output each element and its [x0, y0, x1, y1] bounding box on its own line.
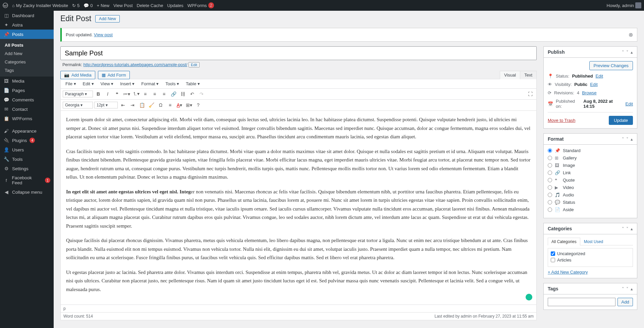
indent-button[interactable]: ⇥ — [128, 101, 137, 109]
updates-link[interactable]: Updates — [167, 3, 183, 8]
chevron-down-icon[interactable]: ˅ — [626, 226, 629, 231]
chevron-up-icon[interactable]: ˄ — [622, 137, 624, 142]
italic-button[interactable]: I — [104, 90, 112, 98]
link-button[interactable]: 🔗 — [169, 90, 177, 98]
edit-date-link[interactable]: Edit — [626, 101, 633, 106]
format-radio-gallery[interactable] — [548, 156, 552, 160]
tag-input[interactable] — [548, 298, 615, 306]
view-post-notice-link[interactable]: View post — [94, 32, 113, 37]
add-tag-button[interactable]: Add — [618, 298, 633, 306]
toggle-icon[interactable]: ▴ — [631, 226, 633, 231]
table-button[interactable]: ⊞▾ — [185, 101, 193, 109]
toggle-icon[interactable]: ▴ — [631, 137, 633, 142]
submenu-add-new[interactable]: Add New — [0, 49, 54, 58]
submenu-tags[interactable]: Tags — [0, 66, 54, 75]
edit-permalink-button[interactable]: Edit — [189, 62, 200, 67]
clear-format-button[interactable]: 🧹 — [147, 101, 155, 109]
tab-text[interactable]: Text — [520, 71, 537, 79]
content-p5[interactable]: Ut egestas placerat justo ac lacinia. Se… — [66, 268, 531, 294]
sidebar-item-wpforms[interactable]: 📋WPForms — [0, 114, 54, 123]
format-radio-quote[interactable] — [548, 178, 552, 182]
cat-checkbox-articles[interactable] — [551, 258, 555, 262]
updates-bubble[interactable]: ↻ 5 — [72, 3, 79, 8]
cat-tab-most-used[interactable]: Most Used — [580, 238, 607, 245]
menu-format[interactable]: Format ▾ — [139, 81, 161, 87]
browse-revisions-link[interactable]: Browse — [582, 90, 596, 95]
edit-visibility-link[interactable]: Edit — [590, 82, 597, 87]
menu-insert[interactable]: Insert ▾ — [118, 81, 137, 87]
sidebar-item-appearance[interactable]: 🖌Appearance — [0, 127, 54, 136]
format-radio-standard[interactable] — [548, 148, 552, 153]
align-left-button[interactable]: ≡ — [141, 90, 149, 98]
sidebar-collapse[interactable]: ◀Collapse menu — [0, 187, 54, 197]
menu-tools[interactable]: Tools ▾ — [163, 81, 181, 87]
sidebar-item-dashboard[interactable]: ◫Dashboard — [0, 11, 54, 20]
menu-view[interactable]: View ▾ — [99, 81, 116, 87]
sidebar-item-media[interactable]: 🖼Media — [0, 77, 54, 86]
preview-changes-button[interactable]: Preview Changes — [589, 61, 633, 70]
chevron-up-icon[interactable]: ˄ — [622, 50, 624, 55]
sidebar-item-contact[interactable]: ✉Contact — [0, 104, 54, 114]
unlink-button[interactable]: ⛓ — [179, 90, 187, 98]
redo-button[interactable]: ↷ — [198, 90, 206, 98]
chevron-up-icon[interactable]: ˄ — [622, 286, 624, 291]
chevron-down-icon[interactable]: ˅ — [626, 286, 629, 291]
paste-button[interactable]: 📋 — [138, 101, 146, 109]
bullet-list-button[interactable]: ≔▾ — [122, 90, 130, 98]
chevron-up-icon[interactable]: ˄ — [622, 226, 624, 231]
submenu-categories[interactable]: Categories — [0, 58, 54, 66]
sidebar-item-users[interactable]: 👤Users — [0, 145, 54, 154]
undo-button[interactable]: ↶ — [188, 90, 196, 98]
tags-header[interactable]: Tags ˄˅▴ — [544, 283, 637, 294]
content-p4[interactable]: Quisque facilisis dui placerat rhoncus d… — [66, 236, 531, 262]
post-title-input[interactable] — [60, 46, 537, 60]
comments-bubble[interactable]: 💬 0 — [84, 3, 93, 8]
menu-edit[interactable]: Edit ▾ — [81, 81, 96, 87]
content-p2[interactable]: Cras facilisis turpis non velit sagittis… — [66, 147, 531, 182]
toggle-icon[interactable]: ▴ — [631, 50, 633, 55]
chevron-down-icon[interactable]: ˅ — [626, 137, 629, 142]
number-list-button[interactable]: ⒈▾ — [132, 90, 140, 98]
dismiss-notice-button[interactable]: ⊗ — [629, 32, 633, 38]
size-select[interactable]: 12pt ▾ — [94, 102, 118, 108]
tab-visual[interactable]: Visual — [500, 71, 520, 79]
move-to-trash-link[interactable]: Move to Trash — [548, 118, 575, 123]
format-radio-video[interactable] — [548, 185, 552, 190]
add-media-button[interactable]: 📷Add Media — [60, 71, 95, 79]
format-radio-status[interactable] — [548, 200, 552, 204]
add-form-button[interactable]: ▦Add Form — [98, 71, 130, 79]
format-radio-aside[interactable] — [548, 207, 552, 212]
howdy-user-link[interactable]: Howdy, admin — [607, 2, 641, 8]
align-center-button[interactable]: ≡ — [151, 90, 159, 98]
sidebar-item-tools[interactable]: 🔧Tools — [0, 154, 54, 164]
publish-header[interactable]: Publish ˄˅▴ — [544, 47, 637, 58]
add-category-link[interactable]: + Add New Category — [548, 270, 588, 275]
sidebar-item-plugins[interactable]: 🔌Plugins 4 — [0, 136, 54, 145]
fullscreen-button[interactable]: ⛶ — [526, 90, 534, 98]
outdent-button[interactable]: ⇤ — [119, 101, 127, 109]
bold-button[interactable]: B — [94, 90, 102, 98]
cat-tab-all[interactable]: All Categories — [548, 238, 580, 245]
special-char-button[interactable]: Ω — [157, 101, 165, 109]
grammarly-icon[interactable] — [526, 294, 532, 300]
wp-logo-icon[interactable] — [3, 3, 8, 8]
content-p3[interactable]: In eget elit sit amet ante egestas ultri… — [66, 188, 531, 231]
chevron-down-icon[interactable]: ˅ — [626, 50, 629, 55]
help-button[interactable]: ? — [194, 101, 202, 109]
site-name-link[interactable]: ⌂ My Zacky Installer Website — [12, 3, 68, 8]
format-select[interactable]: Paragraph ▾ — [63, 91, 93, 97]
view-post-link[interactable]: View Post — [113, 3, 133, 8]
wpforms-toolbar-link[interactable]: WPForms 2 — [187, 2, 214, 8]
format-radio-audio[interactable] — [548, 193, 552, 197]
add-new-button[interactable]: Add New — [95, 15, 120, 22]
submenu-all-posts[interactable]: All Posts — [0, 41, 54, 49]
sidebar-item-settings[interactable]: ⚙Settings — [0, 164, 54, 173]
sidebar-item-facebook[interactable]: fFacebook Feed 1 — [0, 173, 54, 187]
menu-file[interactable]: File ▾ — [63, 81, 78, 87]
content-p1[interactable]: Lorem ipsum dolor sit amet, consectetur … — [66, 115, 531, 141]
editor-content[interactable]: Lorem ipsum dolor sit amet, consectetur … — [61, 111, 536, 304]
sidebar-item-pages[interactable]: 📄Pages — [0, 86, 54, 95]
categories-header[interactable]: Categories ˄˅▴ — [544, 223, 637, 234]
edit-status-link[interactable]: Edit — [596, 74, 603, 79]
sidebar-item-comments[interactable]: 💬Comments — [0, 95, 54, 104]
